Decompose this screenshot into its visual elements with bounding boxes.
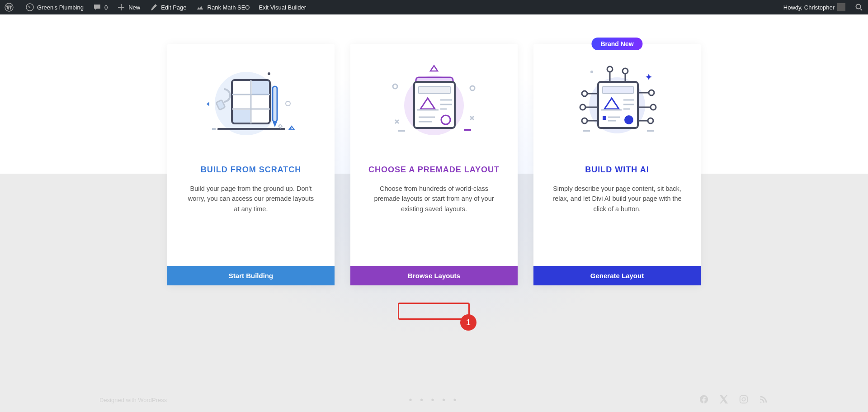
svg-rect-11 [273,86,277,122]
svg-rect-10 [233,110,250,123]
comments-menu[interactable]: 0 [88,0,112,14]
footer-social-icons [699,394,769,406]
ai-illustration [533,44,701,143]
svg-rect-48 [603,116,606,120]
exit-visual-builder-label: Exit Visual Builder [259,4,306,11]
instagram-icon[interactable] [739,394,749,406]
svg-point-20 [268,72,270,75]
svg-point-17 [286,101,290,106]
svg-point-72 [745,397,746,398]
footer-text: Designed with WordPress [99,397,167,403]
twitter-icon[interactable] [719,394,729,406]
my-account-menu[interactable]: Howdy, Christopher [779,0,850,14]
browse-layouts-button[interactable]: Browse Layouts [350,266,518,285]
svg-point-47 [624,115,633,124]
svg-rect-25 [419,86,450,94]
facebook-icon[interactable] [699,394,709,406]
svg-point-21 [290,127,292,129]
svg-marker-18 [207,102,209,106]
brand-new-badge: Brand New [591,38,642,50]
svg-point-67 [590,71,593,73]
svg-point-71 [742,398,745,401]
premade-card-description: Choose from hundreds of world-class prem… [350,184,518,214]
svg-point-56 [582,91,587,96]
avatar [837,3,845,11]
rank-math-icon [196,3,205,12]
annotation-highlight [398,303,470,320]
site-title: Green's Plumbing [37,4,84,11]
svg-point-3 [856,5,861,9]
new-content-menu[interactable]: New [112,0,145,14]
svg-point-2 [29,7,30,8]
svg-rect-9 [252,81,269,95]
svg-point-52 [607,66,613,72]
wordpress-icon [5,3,14,12]
svg-point-62 [649,90,654,95]
search-icon [854,3,863,12]
svg-marker-34 [430,66,438,71]
generate-layout-button[interactable]: Generate Layout [533,266,701,285]
exit-visual-builder-menu[interactable]: Exit Visual Builder [254,0,311,14]
annotation-number-badge: 1 [460,314,476,331]
card-build-from-scratch: BUILD FROM SCRATCH Build your page from … [167,44,335,285]
scratch-card-title: BUILD FROM SCRATCH [167,165,335,175]
rank-math-menu[interactable]: Rank Math SEO [191,0,255,14]
comments-icon [93,3,102,12]
svg-rect-14 [217,128,285,130]
premade-card-title: CHOOSE A PREMADE LAYOUT [350,165,518,175]
premade-illustration [350,44,518,143]
new-label: New [128,4,140,11]
svg-point-64 [651,104,656,110]
start-building-button[interactable]: Start Building [167,266,335,285]
svg-point-60 [582,118,587,123]
site-name-menu[interactable]: Green's Plumbing [21,0,88,14]
comments-count: 0 [104,4,108,11]
svg-point-35 [393,84,397,89]
svg-point-58 [580,104,585,110]
svg-point-36 [470,86,475,90]
wp-admin-bar: Green's Plumbing 0 New Edit Page Rank Ma… [0,0,868,14]
pencil-icon [149,3,158,12]
svg-point-66 [648,118,653,123]
onboarding-cards-row: BUILD FROM SCRATCH Build your page from … [167,14,701,285]
rank-math-label: Rank Math SEO [208,4,250,11]
dashboard-icon [25,3,34,12]
howdy-text: Howdy, Christopher [783,4,835,11]
search-menu[interactable] [850,0,868,14]
card-build-with-ai: Brand New [533,44,701,285]
ai-card-description: Simply describe your page content, sit b… [533,184,701,214]
svg-point-0 [5,3,13,11]
plus-icon [117,3,126,12]
card-premade-layout: CHOOSE A PREMADE LAYOUT Choose from hund… [350,44,518,285]
wp-logo-menu[interactable] [0,0,21,14]
edit-page-menu[interactable]: Edit Page [145,0,191,14]
faint-footer: Designed with WordPress • • • • • [99,394,769,406]
rss-icon[interactable] [759,394,769,406]
svg-marker-12 [273,122,277,127]
edit-page-label: Edit Page [161,4,186,11]
scratch-card-description: Build your page from the ground up. Don'… [167,184,335,214]
svg-point-54 [623,68,628,74]
ai-card-title: BUILD WITH AI [533,165,701,175]
svg-rect-41 [603,86,633,94]
scratch-illustration [167,44,335,143]
svg-marker-19 [278,124,282,128]
page-backdrop: BUILD FROM SCRATCH Build your page from … [0,14,868,412]
footer-dots: • • • • • [409,395,459,405]
